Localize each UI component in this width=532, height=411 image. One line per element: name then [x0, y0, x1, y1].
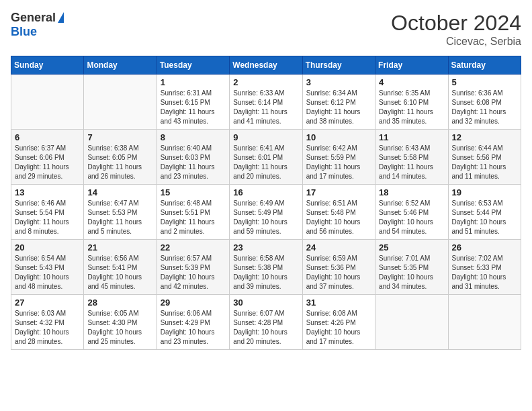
- day-number: 28: [87, 298, 152, 308]
- day-detail: Sunrise: 7:02 AMSunset: 5:33 PMDaylight:…: [452, 254, 517, 291]
- calendar-cell: 2Sunrise: 6:33 AMSunset: 6:14 PMDaylight…: [230, 75, 302, 130]
- day-number: 22: [161, 242, 226, 253]
- day-number: 13: [15, 187, 80, 197]
- calendar-week-5: 27Sunrise: 6:03 AMSunset: 4:32 PMDayligh…: [11, 295, 521, 350]
- day-number: 27: [15, 298, 80, 308]
- logo: General Blue: [11, 11, 64, 39]
- day-number: 23: [233, 242, 298, 253]
- calendar-cell: 28Sunrise: 6:05 AMSunset: 4:30 PMDayligh…: [84, 295, 157, 350]
- day-number: 16: [233, 187, 298, 197]
- day-number: 4: [379, 77, 444, 87]
- day-number: 2: [233, 77, 298, 87]
- calendar-cell: 13Sunrise: 6:46 AMSunset: 5:54 PMDayligh…: [11, 185, 84, 240]
- day-detail: Sunrise: 6:46 AMSunset: 5:54 PMDaylight:…: [15, 199, 80, 236]
- day-detail: Sunrise: 6:05 AMSunset: 4:30 PMDaylight:…: [87, 309, 152, 347]
- day-number: 31: [306, 298, 371, 308]
- calendar-cell: 5Sunrise: 6:36 AMSunset: 6:08 PMDaylight…: [448, 75, 521, 130]
- day-number: 5: [452, 77, 517, 87]
- day-detail: Sunrise: 6:31 AMSunset: 6:15 PMDaylight:…: [161, 89, 226, 126]
- calendar-cell: [84, 75, 157, 130]
- calendar-week-1: 1Sunrise: 6:31 AMSunset: 6:15 PMDaylight…: [11, 75, 521, 130]
- day-detail: Sunrise: 6:40 AMSunset: 6:03 PMDaylight:…: [161, 144, 226, 181]
- calendar-cell: 12Sunrise: 6:44 AMSunset: 5:56 PMDayligh…: [448, 130, 521, 185]
- calendar-cell: 20Sunrise: 6:54 AMSunset: 5:43 PMDayligh…: [11, 240, 84, 295]
- day-number: 17: [306, 187, 371, 197]
- calendar-cell: 22Sunrise: 6:57 AMSunset: 5:39 PMDayligh…: [157, 240, 229, 295]
- calendar-cell: 8Sunrise: 6:40 AMSunset: 6:03 PMDaylight…: [157, 130, 229, 185]
- day-number: 30: [233, 298, 298, 308]
- calendar-cell: 10Sunrise: 6:42 AMSunset: 5:59 PMDayligh…: [302, 130, 375, 185]
- calendar-cell: 27Sunrise: 6:03 AMSunset: 4:32 PMDayligh…: [11, 295, 84, 350]
- day-detail: Sunrise: 6:06 AMSunset: 4:29 PMDaylight:…: [161, 309, 226, 347]
- day-detail: Sunrise: 6:51 AMSunset: 5:48 PMDaylight:…: [306, 199, 371, 236]
- day-number: 25: [379, 242, 444, 253]
- day-number: 24: [306, 242, 371, 253]
- day-number: 3: [306, 77, 371, 87]
- title-block: October 2024 Cicevac, Serbia: [391, 11, 521, 48]
- day-detail: Sunrise: 6:07 AMSunset: 4:28 PMDaylight:…: [233, 309, 298, 347]
- day-number: 11: [379, 132, 444, 142]
- column-header-wednesday: Wednesday: [230, 56, 302, 75]
- day-number: 29: [161, 298, 226, 308]
- calendar-cell: 1Sunrise: 6:31 AMSunset: 6:15 PMDaylight…: [157, 75, 229, 130]
- column-header-sunday: Sunday: [11, 56, 84, 75]
- column-header-tuesday: Tuesday: [157, 56, 229, 75]
- day-number: 8: [161, 132, 226, 142]
- logo-general-text: General: [11, 11, 56, 25]
- day-number: 20: [15, 242, 80, 253]
- day-detail: Sunrise: 6:56 AMSunset: 5:41 PMDaylight:…: [87, 254, 152, 291]
- column-header-monday: Monday: [84, 56, 157, 75]
- day-detail: Sunrise: 6:49 AMSunset: 5:49 PMDaylight:…: [233, 199, 298, 236]
- day-number: 14: [87, 187, 152, 197]
- calendar-cell: 14Sunrise: 6:47 AMSunset: 5:53 PMDayligh…: [84, 185, 157, 240]
- calendar-cell: 15Sunrise: 6:48 AMSunset: 5:51 PMDayligh…: [157, 185, 229, 240]
- day-number: 18: [379, 187, 444, 197]
- calendar-cell: 7Sunrise: 6:38 AMSunset: 6:05 PMDaylight…: [84, 130, 157, 185]
- day-detail: Sunrise: 6:44 AMSunset: 5:56 PMDaylight:…: [452, 144, 517, 181]
- day-detail: Sunrise: 6:03 AMSunset: 4:32 PMDaylight:…: [15, 309, 80, 347]
- month-title: October 2024: [391, 11, 521, 36]
- day-detail: Sunrise: 6:48 AMSunset: 5:51 PMDaylight:…: [161, 199, 226, 236]
- calendar-cell: 19Sunrise: 6:53 AMSunset: 5:44 PMDayligh…: [448, 185, 521, 240]
- calendar-cell: 16Sunrise: 6:49 AMSunset: 5:49 PMDayligh…: [230, 185, 302, 240]
- day-number: 12: [452, 132, 517, 142]
- day-detail: Sunrise: 6:43 AMSunset: 5:58 PMDaylight:…: [379, 144, 444, 181]
- calendar-cell: 17Sunrise: 6:51 AMSunset: 5:48 PMDayligh…: [302, 185, 375, 240]
- day-detail: Sunrise: 6:54 AMSunset: 5:43 PMDaylight:…: [15, 254, 80, 291]
- day-number: 6: [15, 132, 80, 142]
- day-detail: Sunrise: 6:38 AMSunset: 6:05 PMDaylight:…: [87, 144, 152, 181]
- day-detail: Sunrise: 6:36 AMSunset: 6:08 PMDaylight:…: [452, 89, 517, 126]
- calendar-cell: [375, 295, 448, 350]
- calendar-cell: [448, 295, 521, 350]
- day-number: 9: [233, 132, 298, 142]
- day-detail: Sunrise: 6:34 AMSunset: 6:12 PMDaylight:…: [306, 89, 371, 126]
- column-header-saturday: Saturday: [448, 56, 521, 75]
- day-detail: Sunrise: 6:52 AMSunset: 5:46 PMDaylight:…: [379, 199, 444, 236]
- logo-triangle-icon: [58, 12, 64, 23]
- day-detail: Sunrise: 6:41 AMSunset: 6:01 PMDaylight:…: [233, 144, 298, 181]
- day-detail: Sunrise: 6:53 AMSunset: 5:44 PMDaylight:…: [452, 199, 517, 236]
- calendar-table: SundayMondayTuesdayWednesdayThursdayFrid…: [11, 56, 521, 350]
- day-number: 19: [452, 187, 517, 197]
- day-detail: Sunrise: 6:08 AMSunset: 4:26 PMDaylight:…: [306, 309, 371, 347]
- calendar-cell: 31Sunrise: 6:08 AMSunset: 4:26 PMDayligh…: [302, 295, 375, 350]
- calendar-week-2: 6Sunrise: 6:37 AMSunset: 6:06 PMDaylight…: [11, 130, 521, 185]
- calendar-cell: 30Sunrise: 6:07 AMSunset: 4:28 PMDayligh…: [230, 295, 302, 350]
- calendar-cell: 6Sunrise: 6:37 AMSunset: 6:06 PMDaylight…: [11, 130, 84, 185]
- calendar-cell: 23Sunrise: 6:58 AMSunset: 5:38 PMDayligh…: [230, 240, 302, 295]
- day-detail: Sunrise: 6:57 AMSunset: 5:39 PMDaylight:…: [161, 254, 226, 291]
- calendar-cell: 18Sunrise: 6:52 AMSunset: 5:46 PMDayligh…: [375, 185, 448, 240]
- calendar-header-row: SundayMondayTuesdayWednesdayThursdayFrid…: [11, 56, 521, 75]
- calendar-cell: 21Sunrise: 6:56 AMSunset: 5:41 PMDayligh…: [84, 240, 157, 295]
- calendar-cell: 3Sunrise: 6:34 AMSunset: 6:12 PMDaylight…: [302, 75, 375, 130]
- day-detail: Sunrise: 6:47 AMSunset: 5:53 PMDaylight:…: [87, 199, 152, 236]
- day-number: 10: [306, 132, 371, 142]
- day-number: 1: [161, 77, 226, 87]
- day-detail: Sunrise: 6:59 AMSunset: 5:36 PMDaylight:…: [306, 254, 371, 291]
- page-header: General Blue October 2024 Cicevac, Serbi…: [11, 11, 521, 48]
- calendar-week-3: 13Sunrise: 6:46 AMSunset: 5:54 PMDayligh…: [11, 185, 521, 240]
- calendar-cell: 26Sunrise: 7:02 AMSunset: 5:33 PMDayligh…: [448, 240, 521, 295]
- column-header-thursday: Thursday: [302, 56, 375, 75]
- calendar-cell: 11Sunrise: 6:43 AMSunset: 5:58 PMDayligh…: [375, 130, 448, 185]
- calendar-cell: 25Sunrise: 7:01 AMSunset: 5:35 PMDayligh…: [375, 240, 448, 295]
